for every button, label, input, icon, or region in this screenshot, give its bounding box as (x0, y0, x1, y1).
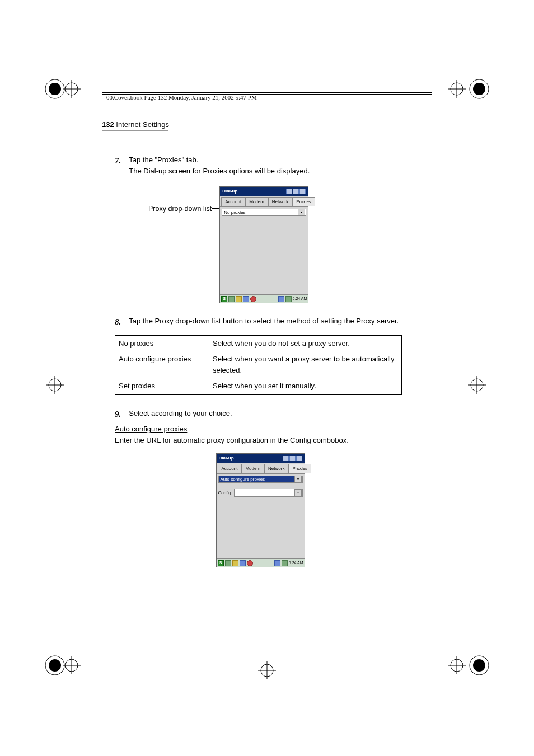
table-cell-option: Set proxies (115, 378, 209, 395)
device-title: Dial-up (222, 188, 237, 195)
tab-proxies[interactable]: Proxies (288, 464, 311, 473)
page-number: 132 (102, 120, 114, 129)
auto-configure-body: Enter the URL for automatic proxy config… (115, 435, 406, 446)
chevron-down-icon[interactable]: ▾ (294, 489, 302, 496)
proxy-dropdown[interactable]: No proxies ▾ (222, 209, 306, 216)
start-button-icon[interactable]: S (221, 296, 227, 302)
taskbar-icon[interactable] (243, 296, 249, 302)
cropmark-mid-right (463, 374, 490, 396)
proxy-options-table: No proxies Select when you do not set a … (115, 335, 402, 395)
taskbar-icon[interactable] (225, 560, 231, 566)
tab-network[interactable]: Network (264, 464, 288, 473)
taskbar-clock: 5:24 AM (289, 560, 303, 566)
start-button-icon[interactable]: S (218, 560, 224, 566)
window-help-icon[interactable] (283, 456, 289, 461)
tab-account[interactable]: Account (218, 464, 242, 473)
step-number-7: 7. (115, 154, 121, 176)
taskbar-icon[interactable] (228, 296, 235, 302)
cropmark-bottom-left (44, 652, 88, 679)
device-taskbar: S 5:24 AM (217, 558, 305, 567)
window-help-icon[interactable] (286, 189, 292, 194)
step7-line2: The Dial-up screen for Proxies options w… (129, 166, 406, 177)
table-cell-desc: Select when you set it manually. (209, 378, 402, 395)
tray-icon[interactable] (278, 296, 284, 302)
svg-point-25 (473, 659, 485, 672)
config-combobox[interactable]: ▾ (234, 489, 303, 497)
table-cell-option: No proxies (115, 335, 209, 351)
table-row: Auto configure proxies Select when you w… (115, 351, 402, 378)
tab-proxies[interactable]: Proxies (292, 197, 315, 206)
device-screenshot-2: Dial-up Account Modem Network Proxies Au… (216, 453, 305, 567)
taskbar-clock: 5:24 AM (293, 296, 307, 302)
proxy-dropdown[interactable]: Auto configure proxies ▾ (218, 476, 303, 483)
step8-text: Tap the Proxy drop-down list button to s… (129, 316, 406, 328)
auto-configure-heading: Auto configure proxies (115, 425, 187, 433)
cropmark-bottom-right (446, 652, 490, 679)
proxy-dropdown-value: No proxies (224, 209, 245, 216)
step9-text: Select according to your choice. (129, 408, 406, 421)
cropmark-top-right (446, 76, 490, 102)
device-titlebar: Dial-up (220, 187, 308, 196)
config-label: Config: (218, 490, 232, 496)
page-body: 7. Tap the "Proxies" tab. The Dial-up sc… (115, 154, 406, 567)
table-cell-desc: Select when you want a proxy server to b… (209, 351, 402, 378)
svg-point-17 (49, 659, 61, 672)
device-title: Dial-up (219, 455, 234, 462)
step7-line1: Tap the "Proxies" tab. (129, 154, 406, 166)
tab-network[interactable]: Network (268, 197, 292, 206)
running-head-rule (102, 130, 168, 131)
taskbar-icon[interactable] (236, 296, 242, 302)
running-head: 132 Internet Settings (102, 120, 169, 129)
step-number-8: 8. (115, 316, 121, 328)
svg-point-1 (49, 83, 61, 95)
tray-icon[interactable] (274, 560, 280, 566)
tab-account[interactable]: Account (221, 197, 245, 206)
proxy-dropdown-value: Auto configure proxies (221, 476, 265, 483)
table-row: Set proxies Select when you set it manua… (115, 378, 402, 395)
table-row: No proxies Select when you do not set a … (115, 335, 402, 351)
window-ok-icon[interactable] (299, 189, 306, 194)
chevron-down-icon[interactable]: ▾ (298, 209, 305, 216)
table-cell-option: Auto configure proxies (115, 351, 209, 378)
tab-modem[interactable]: Modem (241, 464, 264, 473)
step-number-9: 9. (115, 408, 121, 421)
cropmark-bottom-center (256, 659, 278, 682)
window-close-icon[interactable] (293, 189, 299, 194)
device-taskbar: S 5:24 AM (220, 294, 308, 303)
cropmark-mid-left (44, 374, 71, 396)
taskbar-icon[interactable] (240, 560, 246, 566)
page-header-breadcrumb: 00.Cover.book Page 132 Monday, January 2… (106, 94, 257, 101)
section-title: Internet Settings (116, 120, 169, 129)
tray-icon[interactable] (282, 560, 288, 566)
device-screenshot-1: Dial-up Account Modem Network Proxies No… (219, 186, 308, 303)
chevron-down-icon[interactable]: ▾ (294, 476, 302, 483)
taskbar-icon[interactable] (250, 296, 256, 302)
cropmark-top-left (44, 76, 88, 102)
table-cell-desc: Select when you do not set a proxy serve… (209, 335, 402, 351)
window-ok-icon[interactable] (296, 456, 302, 461)
device-titlebar: Dial-up (217, 454, 305, 463)
callout-leader-line (212, 208, 219, 209)
callout-proxy-dropdown: Proxy drop-down list (148, 186, 212, 214)
tab-modem[interactable]: Modem (245, 197, 268, 206)
taskbar-icon[interactable] (247, 560, 253, 566)
tray-icon[interactable] (285, 296, 292, 302)
taskbar-icon[interactable] (232, 560, 238, 566)
svg-point-9 (473, 83, 485, 95)
window-close-icon[interactable] (289, 456, 296, 461)
